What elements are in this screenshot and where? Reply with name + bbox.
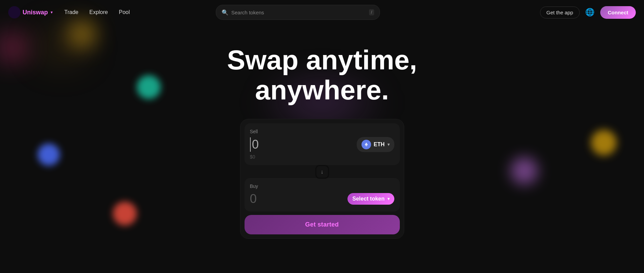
- sell-token-selector[interactable]: ETH ▾: [357, 137, 394, 152]
- sell-label: Sell: [250, 129, 394, 134]
- swap-direction-wrap: ↓: [245, 165, 400, 179]
- swap-widget: Sell ETH ▾ $0 ↓: [240, 119, 404, 239]
- buy-section: Buy 0 Select token ▾: [245, 178, 400, 211]
- chevron-down-icon: ▾: [387, 142, 390, 147]
- hero-title-line2: anywhere.: [255, 75, 389, 105]
- swap-direction-button[interactable]: ↓: [315, 165, 329, 179]
- buy-row: 0 Select token ▾: [250, 192, 394, 206]
- buy-amount: 0: [250, 192, 312, 206]
- navbar: 🦄 Uniswap ▾ Trade Explore Pool 🔍 Search …: [0, 0, 644, 25]
- sell-usd-value: $0: [250, 154, 394, 160]
- search-icon: 🔍: [222, 9, 228, 16]
- svg-point-0: [8, 6, 21, 18]
- nav-explore[interactable]: Explore: [84, 6, 113, 18]
- nav-pool[interactable]: Pool: [114, 6, 134, 18]
- globe-icon: 🌐: [585, 8, 594, 17]
- sell-row: ETH ▾: [250, 137, 394, 152]
- sell-amount-input[interactable]: [250, 137, 312, 152]
- arrow-down-icon: ↓: [321, 169, 324, 175]
- sell-section: Sell ETH ▾ $0: [245, 123, 400, 165]
- sell-token-label: ETH: [374, 141, 385, 148]
- eth-icon: [362, 140, 371, 149]
- chevron-down-icon: ▾: [51, 10, 53, 15]
- hero-title: Swap anytime, anywhere.: [227, 45, 417, 105]
- select-token-label: Select token: [352, 196, 384, 202]
- brand-name: Uniswap: [23, 9, 48, 16]
- buy-token-selector[interactable]: Select token ▾: [347, 193, 394, 205]
- chevron-down-icon: ▾: [387, 196, 390, 201]
- get-started-button[interactable]: Get started: [245, 215, 400, 234]
- hero-section: Swap anytime, anywhere. Sell ETH ▾: [0, 25, 644, 239]
- search-bar[interactable]: 🔍 Search tokens /: [216, 5, 380, 20]
- get-app-button[interactable]: Get the app: [540, 6, 580, 18]
- connect-button[interactable]: Connect: [600, 6, 636, 19]
- buy-label: Buy: [250, 183, 394, 189]
- nav-trade[interactable]: Trade: [60, 6, 83, 18]
- hero-title-line1: Swap anytime,: [227, 45, 417, 75]
- search-placeholder: Search tokens: [231, 10, 366, 15]
- nav-links: Trade Explore Pool: [60, 6, 134, 18]
- unicorn-icon: 🦄: [8, 6, 21, 18]
- logo[interactable]: 🦄 Uniswap ▾: [8, 6, 53, 18]
- nav-right: Get the app 🌐 Connect: [540, 5, 636, 19]
- language-button[interactable]: 🌐: [583, 5, 597, 19]
- search-shortcut: /: [369, 9, 374, 15]
